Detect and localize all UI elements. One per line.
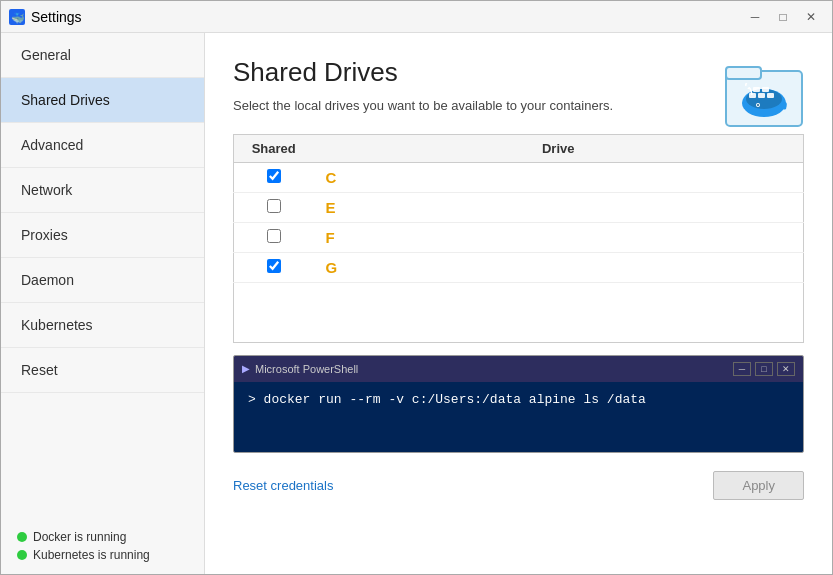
svg-rect-7 (758, 93, 765, 98)
drive-cell: G (314, 252, 804, 282)
svg-rect-10 (762, 87, 769, 92)
drive-checkbox[interactable] (267, 229, 281, 243)
apply-button[interactable]: Apply (713, 471, 804, 500)
ps-icon: ▶ (242, 363, 250, 374)
ps-title-bar: ▶ Microsoft PowerShell ─ □ ✕ (234, 356, 803, 382)
main-content: General Shared Drives Advanced Network P… (1, 33, 832, 574)
drive-cell: F (314, 222, 804, 252)
ps-title: Microsoft PowerShell (255, 363, 358, 375)
reset-credentials-link[interactable]: Reset credentials (233, 478, 333, 493)
table-row: E (234, 192, 804, 222)
shared-cell[interactable] (234, 192, 314, 222)
ps-command: > docker run --rm -v c:/Users:/data alpi… (248, 392, 646, 407)
content-area: Shared Drives Select the local drives yo… (205, 33, 832, 574)
sidebar-item-kubernetes[interactable]: Kubernetes (1, 303, 204, 348)
drive-cell: C (314, 162, 804, 192)
sidebar-nav: General Shared Drives Advanced Network P… (1, 33, 204, 393)
shared-cell[interactable] (234, 222, 314, 252)
sidebar-item-shared-drives[interactable]: Shared Drives (1, 78, 204, 123)
sidebar-item-general[interactable]: General (1, 33, 204, 78)
drives-table: Shared Drive C E F G (233, 134, 804, 343)
drive-checkbox[interactable] (267, 259, 281, 273)
drive-checkbox[interactable] (267, 199, 281, 213)
table-row: C (234, 162, 804, 192)
svg-rect-8 (767, 93, 774, 98)
sidebar-item-daemon[interactable]: Daemon (1, 258, 204, 303)
docker-status-dot (17, 532, 27, 542)
title-bar-left: 🐳 Settings (9, 9, 82, 25)
sidebar-item-advanced[interactable]: Advanced (1, 123, 204, 168)
svg-point-12 (757, 104, 759, 106)
docker-status-row: Docker is running (17, 530, 188, 544)
close-button[interactable]: ✕ (798, 5, 824, 29)
kubernetes-status-label: Kubernetes is running (33, 548, 150, 562)
title-bar-controls: ─ □ ✕ (742, 5, 824, 29)
settings-window: 🐳 Settings ─ □ ✕ General Shared Drives A… (0, 0, 833, 575)
sidebar: General Shared Drives Advanced Network P… (1, 33, 205, 574)
kubernetes-status-row: Kubernetes is running (17, 548, 188, 562)
bottom-bar: Reset credentials Apply (233, 467, 804, 500)
ps-body: > docker run --rm -v c:/Users:/data alpi… (234, 382, 803, 452)
docker-folder-icon (724, 53, 804, 133)
page-description: Select the local drives you want to be a… (233, 96, 804, 116)
title-bar: 🐳 Settings ─ □ ✕ (1, 1, 832, 33)
minimize-button[interactable]: ─ (742, 5, 768, 29)
sidebar-item-proxies[interactable]: Proxies (1, 213, 204, 258)
table-row: G (234, 252, 804, 282)
sidebar-item-reset[interactable]: Reset (1, 348, 204, 393)
docker-status-label: Docker is running (33, 530, 126, 544)
window-title: Settings (31, 9, 82, 25)
svg-rect-3 (726, 67, 761, 79)
drive-checkbox[interactable] (267, 169, 281, 183)
svg-rect-9 (753, 87, 760, 92)
shared-cell[interactable] (234, 252, 314, 282)
powershell-window: ▶ Microsoft PowerShell ─ □ ✕ > docker ru… (233, 355, 804, 453)
svg-text:🐳: 🐳 (11, 11, 25, 25)
page-title: Shared Drives (233, 57, 804, 88)
ps-minimize-btn[interactable]: ─ (733, 362, 751, 376)
table-row: F (234, 222, 804, 252)
app-icon: 🐳 (9, 9, 25, 25)
col-shared: Shared (234, 134, 314, 162)
table-spacer (234, 282, 804, 342)
ps-maximize-btn[interactable]: □ (755, 362, 773, 376)
sidebar-item-network[interactable]: Network (1, 168, 204, 213)
ps-title-left: ▶ Microsoft PowerShell (242, 363, 358, 375)
ps-close-btn[interactable]: ✕ (777, 362, 795, 376)
shared-cell[interactable] (234, 162, 314, 192)
sidebar-footer: Docker is running Kubernetes is running (1, 518, 204, 574)
col-drive: Drive (314, 134, 804, 162)
kubernetes-status-dot (17, 550, 27, 560)
maximize-button[interactable]: □ (770, 5, 796, 29)
ps-controls: ─ □ ✕ (733, 362, 795, 376)
drive-cell: E (314, 192, 804, 222)
